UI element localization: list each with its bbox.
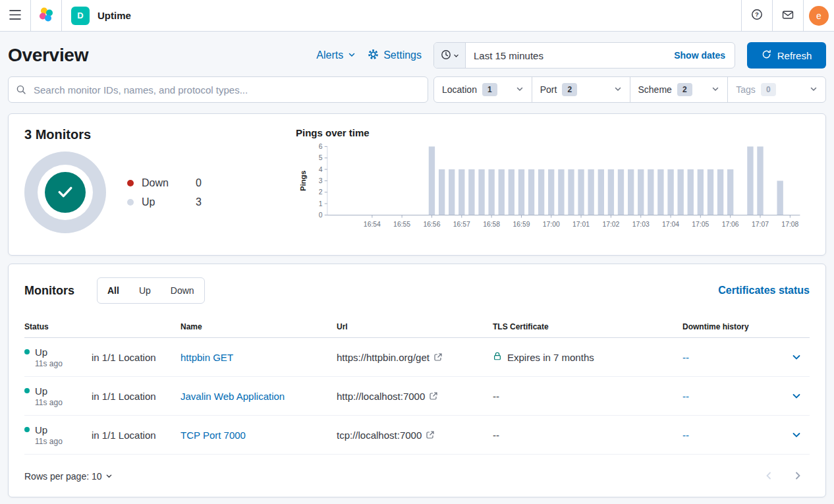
expand-row-button[interactable] <box>786 424 807 445</box>
svg-text:17:00: 17:00 <box>543 221 560 228</box>
pagination <box>764 470 810 483</box>
external-link-icon[interactable] <box>434 353 442 361</box>
refresh-icon <box>762 49 771 61</box>
col-name: Name <box>181 322 337 331</box>
rows-per-page-button[interactable]: Rows per page: 10 <box>24 471 113 482</box>
filter-label: Location <box>442 84 477 95</box>
header-actions: Alerts Settings <box>316 42 826 69</box>
monitor-name-link[interactable]: httpbin GET <box>181 352 233 363</box>
tab-up[interactable]: Up <box>129 278 161 303</box>
svg-text:16:54: 16:54 <box>364 221 381 228</box>
monitor-url: http://localhost:7000 <box>337 391 425 402</box>
chevron-down-icon <box>711 84 719 95</box>
monitor-name-link[interactable]: TCP Port 7000 <box>181 430 246 441</box>
tls-expiry: Expires in 7 months <box>507 352 594 363</box>
svg-text:3: 3 <box>319 177 323 184</box>
table-footer: Rows per page: 10 <box>24 465 810 488</box>
snapshot-summary: 3 Monitors Down 0 <box>24 127 276 242</box>
legend-down-value: 0 <box>196 177 202 189</box>
svg-text:16:57: 16:57 <box>453 221 470 228</box>
elastic-logo[interactable] <box>31 0 61 31</box>
location-filter[interactable]: Location 1 <box>434 77 532 102</box>
show-dates-button[interactable]: Show dates <box>665 50 735 61</box>
status-donut-chart <box>24 152 106 233</box>
rows-per-page-label: Rows per page: 10 <box>24 471 102 482</box>
svg-text:0: 0 <box>319 211 323 219</box>
location-summary: in 1/1 Location <box>92 430 181 441</box>
clock-icon <box>441 49 451 62</box>
next-page-button[interactable] <box>792 470 803 483</box>
chevron-down-icon <box>810 84 818 95</box>
chevron-down-icon <box>453 51 459 61</box>
tls-expiry: -- <box>493 430 499 441</box>
monitors-title: Monitors <box>24 284 74 298</box>
chevron-down-icon <box>105 471 113 482</box>
status-label: Up <box>35 347 47 358</box>
app-title: Uptime <box>97 10 131 21</box>
monitor-url: tcp://localhost:7000 <box>337 430 422 441</box>
monitor-name-link[interactable]: Javalin Web Application <box>181 391 285 402</box>
hamburger-icon <box>9 10 21 22</box>
user-menu-button[interactable]: e <box>804 0 834 31</box>
monitors-header: Monitors All Up Down Certificates status <box>24 277 810 304</box>
menu-button[interactable] <box>0 0 30 31</box>
svg-text:?: ? <box>755 11 759 18</box>
status-label: Up <box>35 424 47 435</box>
svg-text:16:59: 16:59 <box>513 221 530 228</box>
previous-page-button[interactable] <box>764 470 774 483</box>
chevron-down-icon <box>516 84 524 95</box>
elastic-logo-icon <box>38 7 54 24</box>
svg-text:6: 6 <box>319 143 323 150</box>
certificates-status-link[interactable]: Certificates status <box>718 285 810 296</box>
alerts-dropdown[interactable]: Alerts <box>316 49 356 61</box>
legend-up-value: 3 <box>196 196 202 208</box>
legend-up-row: Up 3 <box>127 196 202 208</box>
newsfeed-button[interactable] <box>773 0 803 31</box>
svg-text:16:56: 16:56 <box>423 221 440 228</box>
tags-filter[interactable]: Tags 0 <box>727 77 825 102</box>
breadcrumb: D Uptime <box>62 0 140 31</box>
avatar: e <box>809 6 829 26</box>
tab-all[interactable]: All <box>97 278 129 303</box>
filter-label: Tags <box>736 84 756 95</box>
time-quick-select-button[interactable] <box>434 43 466 68</box>
location-summary: in 1/1 Location <box>92 352 181 363</box>
external-link-icon[interactable] <box>426 431 434 439</box>
external-link-icon[interactable] <box>430 392 437 400</box>
date-picker: Last 15 minutes Show dates <box>433 42 735 69</box>
top-bar: D Uptime ? e <box>0 0 834 32</box>
svg-text:17:07: 17:07 <box>752 221 769 228</box>
downtime-history: -- <box>682 430 786 441</box>
filter-bar: Location 1 Port 2 Scheme 2 Tags 0 <box>8 76 826 103</box>
svg-text:17:05: 17:05 <box>692 221 709 228</box>
tls-expiry: -- <box>493 391 499 402</box>
monitors-count-title: 3 Monitors <box>24 127 276 142</box>
filter-group: Location 1 Port 2 Scheme 2 Tags 0 <box>433 76 826 103</box>
svg-text:17:03: 17:03 <box>632 221 650 228</box>
svg-text:17:02: 17:02 <box>602 221 619 228</box>
refresh-button[interactable]: Refresh <box>747 42 826 69</box>
page-title: Overview <box>8 45 88 66</box>
search-input[interactable] <box>8 76 428 103</box>
pings-chart: 012345616:5416:5516:5616:5716:5816:5917:… <box>296 140 810 235</box>
svg-text:17:08: 17:08 <box>781 221 798 228</box>
monitor-row: Up 11s ago in 1/1 Location Javalin Web A… <box>24 377 810 416</box>
expand-row-button[interactable] <box>786 385 807 406</box>
svg-text:4: 4 <box>319 166 323 173</box>
port-filter[interactable]: Port 2 <box>532 77 630 102</box>
space-badge[interactable]: D <box>71 7 90 25</box>
expand-row-button[interactable] <box>786 347 807 368</box>
filter-count-badge: 2 <box>562 83 577 96</box>
pings-chart-section: Pings over time 012345616:5416:5516:5616… <box>276 127 810 242</box>
legend-up-label: Up <box>142 196 190 208</box>
location-summary: in 1/1 Location <box>92 391 181 402</box>
tab-down[interactable]: Down <box>161 278 204 303</box>
filter-count-badge: 2 <box>677 83 692 96</box>
col-status: Status <box>24 322 92 331</box>
scheme-filter[interactable]: Scheme 2 <box>630 77 728 102</box>
time-range-value[interactable]: Last 15 minutes <box>466 43 665 68</box>
search-box <box>8 76 428 103</box>
settings-button[interactable]: Settings <box>368 49 422 63</box>
help-button[interactable]: ? <box>742 0 772 31</box>
last-check-time: 11s ago <box>35 398 92 407</box>
